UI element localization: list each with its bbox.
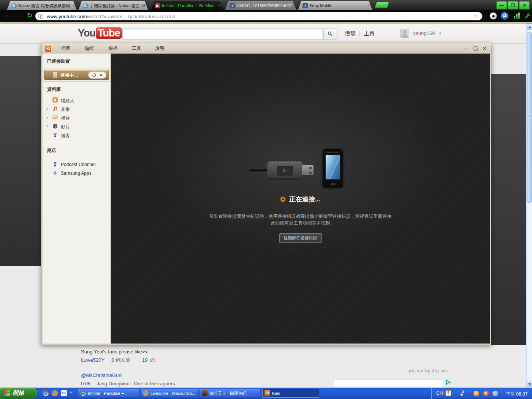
youtube-search-button[interactable]: [323, 28, 337, 40]
expand-arrow-icon[interactable]: ›: [46, 123, 48, 129]
ads-disclaimer-label: ads not by this site: [407, 368, 448, 374]
troubleshoot-button[interactable]: 疑難解答連接錯誤: [279, 233, 322, 243]
tab-title: 手機綜合討論 - Nakuz 樂古 ※: [90, 3, 145, 8]
usb-connector: [267, 162, 303, 180]
sidebar-item-videos[interactable]: › 影片: [43, 122, 111, 131]
menu-help[interactable]: 說明: [151, 45, 169, 52]
quicklaunch-firefox-icon[interactable]: [52, 390, 58, 396]
facebook-icon: f: [230, 3, 235, 8]
start-button[interactable]: 開始: [0, 388, 37, 399]
language-indicator[interactable]: CH: [436, 391, 443, 396]
reload-button[interactable]: ↻: [25, 11, 34, 19]
sidebar-item-podcast[interactable]: 播客: [43, 131, 111, 139]
tab-close-icon[interactable]: ×: [144, 1, 146, 10]
window-close-button[interactable]: ✕: [519, 1, 530, 10]
windows-flag-icon: [4, 390, 10, 397]
quicklaunch-chrome-icon[interactable]: [43, 390, 49, 396]
tray-expand-chevron[interactable]: [459, 390, 464, 397]
comment-author-link[interactable]: ILove520Y: [81, 357, 104, 363]
bookmark-star-icon[interactable]: ☆: [473, 13, 478, 20]
window-minimize-button[interactable]: —: [496, 1, 507, 10]
quicklaunch-overflow-chevron[interactable]: »: [70, 390, 72, 394]
adchoices-icon[interactable]: [445, 379, 451, 385]
soccer-extension-icon[interactable]: [489, 12, 497, 20]
back-button[interactable]: ←: [4, 11, 13, 19]
refresh-icon[interactable]: [92, 72, 96, 79]
expand-arrow-icon[interactable]: ›: [46, 114, 48, 120]
tab-close-icon[interactable]: ×: [72, 1, 74, 10]
status-text: 正在連接...: [289, 195, 320, 204]
tab-nakuz-1[interactable]: C Nakuz 樂古 綜合資訊娛樂網 ×: [7, 1, 77, 10]
ime-help-icon[interactable]: ?: [445, 390, 451, 396]
url-text: www.youtube.com/watch?v=owbm_-Tjchc&feat…: [47, 14, 175, 19]
library-header: 資料庫: [43, 82, 111, 96]
system-tray: CH ? G 下午 06:37: [431, 388, 532, 399]
disconnect-icon[interactable]: ✕: [99, 73, 103, 77]
sidebar-item-podcast-channel[interactable]: Podcast Channel: [43, 160, 111, 169]
sidebar-item-music[interactable]: › 音樂: [43, 104, 111, 113]
video-timestamp-link[interactable]: 0:06: [81, 381, 90, 386]
scroll-up-button[interactable]: [527, 24, 532, 30]
tab-close-icon[interactable]: ×: [292, 1, 294, 10]
game-icon: [202, 390, 207, 396]
comment-author-link[interactable]: @MsChristinaGurll: [81, 372, 122, 378]
sidebar-item-samsung-apps[interactable]: Samsung Apps: [43, 169, 111, 177]
task-button-infinite[interactable]: Infinite - Paradise + ...: [78, 389, 139, 398]
task-label: Kies: [272, 391, 280, 396]
window-maximize-button[interactable]: ❑: [508, 1, 518, 10]
connection-status: 正在連接...: [111, 195, 490, 204]
tab-close-icon[interactable]: ×: [219, 1, 221, 10]
tray-messenger-icon[interactable]: [473, 391, 479, 396]
menu-edit[interactable]: 編輯: [80, 45, 98, 52]
user-menu[interactable]: yeung159 ▼: [399, 28, 448, 40]
sidebar-item-contacts[interactable]: 聯絡人: [43, 96, 111, 104]
wrench-settings-icon[interactable]: [524, 12, 531, 20]
tab-youtube-active[interactable]: ▶ Infinite - Paradise + Be Mine : ×: [150, 1, 223, 10]
quicklaunch-mail-icon[interactable]: ✉: [61, 390, 67, 396]
browse-link[interactable]: 瀏覽: [345, 30, 356, 37]
task-button-kies[interactable]: K! Kies: [262, 389, 319, 398]
search-icon: [328, 32, 331, 35]
kies-icon: K!: [264, 390, 270, 396]
thumbs-up-icon[interactable]: [150, 358, 156, 364]
tab-title: Infinite - Paradise + Be Mine :: [162, 3, 217, 8]
youtube-logo[interactable]: YouTube: [78, 27, 122, 39]
ad-placeholder-box[interactable]: [334, 379, 444, 387]
youtube-search-input[interactable]: [122, 28, 323, 40]
browser-tab-bar: C Nakuz 樂古 綜合資訊娛樂網 × C 手機綜合討論 - Nakuz 樂古…: [0, 0, 532, 10]
photos-icon: [52, 115, 58, 122]
page-scrollbar[interactable]: [526, 24, 532, 388]
tab-title: 404901_10150579535914007: [236, 3, 292, 8]
expand-arrow-icon[interactable]: ›: [46, 106, 48, 111]
start-label: 開始: [13, 390, 24, 397]
youtube-icon: ▶: [155, 3, 160, 8]
kies-minimize-button[interactable]: —: [463, 46, 470, 51]
address-bar[interactable]: www.youtube.com/watch?v=owbm_-Tjchc&feat…: [35, 12, 483, 21]
tab-facebook-1[interactable]: f 404901_10150579535914007 ×: [225, 1, 296, 10]
task-button-game[interactable]: 傭兵天下 - 樹屋酒吧: [200, 389, 260, 398]
menu-view[interactable]: 檢視: [104, 45, 122, 52]
tray-g-app-icon[interactable]: G: [483, 391, 489, 396]
menu-file[interactable]: 檔案: [57, 45, 75, 52]
scrollbar-thumb[interactable]: [527, 32, 532, 203]
new-tab-button[interactable]: [374, 2, 389, 8]
upload-link[interactable]: 上傳: [364, 30, 375, 37]
kies-maximize-button[interactable]: ❑: [472, 46, 479, 51]
menu-tools[interactable]: 工具: [127, 45, 146, 52]
avatar: [400, 29, 409, 38]
tray-volume-icon[interactable]: [492, 391, 498, 396]
tab-close-icon[interactable]: ×: [368, 1, 370, 10]
tab-nakuz-2[interactable]: C 手機綜合討論 - Nakuz 樂古 ※ ×: [78, 1, 148, 10]
phone-brand-label: SAMSUNG: [323, 151, 343, 154]
connecting-device-item[interactable]: 連接中... ✕: [44, 70, 109, 80]
scroll-down-button[interactable]: [527, 381, 532, 387]
task-button-livescore[interactable]: Livescore - Macau Slo...: [141, 389, 198, 398]
sidebar-item-photos[interactable]: › 相片: [43, 113, 111, 122]
sync-extension-icon[interactable]: ⇄: [501, 12, 508, 20]
player-background-left: [0, 56, 41, 266]
kies-close-button[interactable]: ✕: [481, 46, 488, 51]
browser-toolbar: ← → ↻ www.youtube.com/watch?v=owbm_-Tjch…: [0, 10, 532, 22]
stats-extension-icon[interactable]: [513, 12, 521, 20]
tab-facebook-2[interactable]: f Sony Mobile ×: [298, 1, 372, 10]
forward-button[interactable]: →: [14, 11, 24, 19]
